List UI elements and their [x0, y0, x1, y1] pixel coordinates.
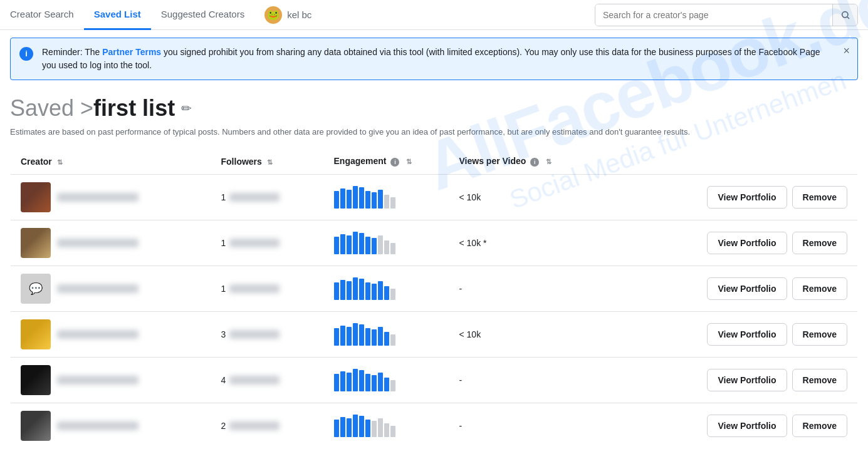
view-portfolio-button[interactable]: View Portfolio — [707, 415, 787, 437]
svg-point-0 — [842, 11, 847, 17]
tab-saved-list[interactable]: Saved List — [84, 0, 151, 30]
col-header-creator: Creator ⇅ — [11, 148, 211, 175]
creator-info — [21, 411, 201, 441]
engagement-bar-empty — [372, 421, 377, 437]
col-header-views: Views per Video i ⇅ — [449, 148, 612, 175]
engagement-bar-filled — [340, 280, 345, 300]
main-content: Saved > first list ✏ Estimates are based… — [0, 95, 868, 454]
engagement-bar-filled — [347, 418, 352, 437]
engagement-bar-filled — [353, 186, 358, 209]
views-value: - — [459, 421, 463, 431]
engagement-bar-empty — [384, 423, 389, 437]
edit-title-icon[interactable]: ✏ — [181, 101, 192, 116]
remove-button[interactable]: Remove — [792, 323, 847, 346]
engagement-bar-filled — [359, 370, 364, 391]
engagement-bar-filled — [353, 323, 358, 346]
engagement-cell — [324, 175, 449, 220]
view-portfolio-button[interactable]: View Portfolio — [707, 186, 787, 209]
creator-avatar — [21, 182, 51, 212]
views-cell: - — [449, 266, 612, 312]
views-sort-icon[interactable]: ⇅ — [546, 158, 552, 165]
followers-value — [229, 193, 280, 202]
actions-cell: View Portfolio Remove — [612, 266, 858, 312]
engagement-bar-filled — [347, 190, 352, 209]
engagement-bar-empty — [390, 426, 395, 437]
view-portfolio-button[interactable]: View Portfolio — [707, 323, 787, 346]
engagement-bar-empty — [378, 418, 383, 437]
remove-button[interactable]: Remove — [792, 277, 847, 300]
engagement-bar-filled — [340, 326, 345, 346]
followers-prefix: 1 — [221, 192, 226, 202]
followers-prefix: 1 — [221, 284, 226, 294]
engagement-bar-filled — [378, 190, 383, 209]
actions-cell: View Portfolio Remove — [612, 312, 858, 358]
disclaimer-text: Estimates are based on past performance … — [10, 126, 858, 138]
followers-info: 1 — [221, 284, 314, 294]
followers-info: 1 — [221, 192, 314, 202]
creator-info — [21, 228, 201, 258]
action-buttons: View Portfolio Remove — [622, 186, 848, 209]
remove-button[interactable]: Remove — [792, 369, 847, 391]
remove-button[interactable]: Remove — [792, 232, 847, 254]
views-cell: - — [449, 403, 612, 449]
remove-button[interactable]: Remove — [792, 415, 847, 437]
partner-terms-link[interactable]: Partner Terms — [102, 47, 161, 57]
view-portfolio-button[interactable]: View Portfolio — [707, 277, 787, 300]
engagement-bars — [334, 277, 439, 300]
engagement-bar-filled — [365, 282, 370, 300]
engagement-bar-filled — [347, 235, 352, 254]
engagement-bar-filled — [372, 375, 377, 391]
info-icon: i — [19, 47, 33, 61]
followers-sort-icon[interactable]: ⇅ — [267, 158, 273, 166]
tab-suggested-creators[interactable]: Suggested Creators — [151, 0, 254, 30]
engagement-sort-icon[interactable]: ⇅ — [406, 158, 412, 165]
engagement-bar-filled — [340, 234, 345, 254]
table-row: 4 - View Portfolio Remove — [11, 358, 858, 403]
followers-prefix: 2 — [221, 421, 226, 431]
engagement-bars — [334, 415, 439, 437]
creator-cell — [11, 312, 211, 358]
action-buttons: View Portfolio Remove — [622, 369, 848, 391]
search-input[interactable] — [595, 4, 832, 26]
col-header-actions — [612, 148, 858, 175]
actions-cell: View Portfolio Remove — [612, 175, 858, 220]
views-info-icon[interactable]: i — [530, 158, 539, 167]
views-value: - — [459, 284, 463, 294]
views-cell: < 10k — [449, 312, 612, 358]
view-portfolio-button[interactable]: View Portfolio — [707, 369, 787, 391]
engagement-bar-filled — [334, 328, 339, 346]
engagement-bar-filled — [347, 373, 352, 391]
followers-prefix: 1 — [221, 238, 226, 248]
engagement-info-icon[interactable]: i — [390, 158, 399, 167]
engagement-cell — [324, 220, 449, 266]
search-button[interactable] — [832, 4, 857, 26]
creator-cell — [11, 175, 211, 220]
banner-close-button[interactable]: × — [843, 44, 850, 58]
tab-creator-search[interactable]: Creator Search — [10, 0, 84, 30]
engagement-cell — [324, 358, 449, 403]
nav-user[interactable]: 🐸 kel bc — [254, 0, 322, 30]
creator-info — [21, 319, 201, 349]
engagement-bar-filled — [372, 329, 377, 346]
engagement-bar-filled — [353, 232, 358, 254]
engagement-bars — [334, 323, 439, 346]
views-value: < 10k — [459, 192, 481, 202]
engagement-bar-filled — [347, 327, 352, 346]
actions-cell: View Portfolio Remove — [612, 403, 858, 449]
engagement-bar-filled — [334, 374, 339, 391]
engagement-bar-filled — [372, 238, 377, 254]
creator-avatar — [21, 365, 51, 395]
remove-button[interactable]: Remove — [792, 186, 847, 209]
engagement-bar-filled — [334, 191, 339, 209]
engagement-bar-filled — [347, 281, 352, 300]
view-portfolio-button[interactable]: View Portfolio — [707, 232, 787, 254]
action-buttons: View Portfolio Remove — [622, 232, 848, 254]
engagement-bar-filled — [378, 281, 383, 300]
creator-sort-icon[interactable]: ⇅ — [57, 158, 63, 166]
actions-cell: View Portfolio Remove — [612, 220, 858, 266]
views-value: - — [459, 375, 463, 385]
page-title: Saved > first list ✏ — [10, 95, 858, 121]
table-row: 3 < 10k View Portfolio Remove — [11, 312, 858, 358]
engagement-bar-filled — [365, 420, 370, 437]
engagement-bar-filled — [359, 279, 364, 300]
